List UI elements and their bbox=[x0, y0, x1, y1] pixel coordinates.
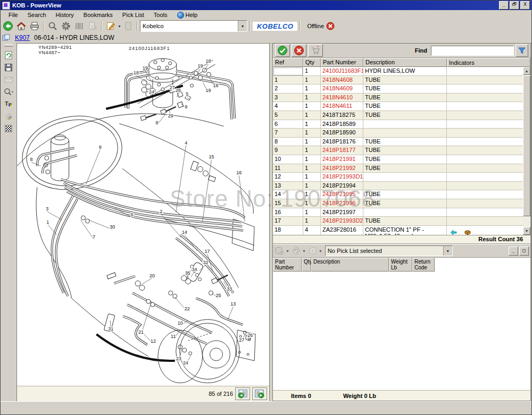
parts-scrollbar[interactable]: ▲ ▼ bbox=[523, 67, 530, 235]
page-settings-button[interactable] bbox=[86, 20, 99, 32]
highlight-button[interactable] bbox=[2, 110, 15, 122]
gear-icon bbox=[61, 21, 71, 31]
table-row[interactable]: 184ZA23F28016CONNECTION 1" PF - M36x1.50… bbox=[273, 226, 523, 235]
table-row[interactable]: 1712418P21993D2TUBE bbox=[273, 217, 523, 226]
next-page-button[interactable] bbox=[252, 387, 267, 400]
search-button[interactable] bbox=[46, 20, 59, 32]
qty-cell: 4 bbox=[303, 226, 321, 235]
table-row[interactable]: 512418T18275TUBE bbox=[273, 111, 523, 120]
column-header-qty[interactable]: Qty bbox=[303, 58, 321, 67]
part-number-cell: 2418N4610 bbox=[321, 94, 363, 103]
column-header-indicators[interactable]: Indicators bbox=[447, 58, 530, 67]
back-button[interactable] bbox=[2, 20, 14, 32]
zoom-button[interactable] bbox=[2, 86, 15, 98]
picklist-refresh-button[interactable] bbox=[292, 247, 301, 255]
previous-page-icon bbox=[237, 389, 248, 399]
cancel-button[interactable] bbox=[292, 44, 306, 57]
accept-button[interactable] bbox=[275, 44, 290, 57]
menu-pick-list[interactable]: Pick List bbox=[118, 11, 149, 19]
model-combobox[interactable]: Kobelco ▼ bbox=[140, 20, 247, 32]
picklist-table-body bbox=[273, 272, 530, 390]
part-number-cell: 2418P21995 bbox=[321, 190, 363, 199]
column-header-ref[interactable]: Ref bbox=[273, 58, 303, 67]
email-button[interactable] bbox=[2, 73, 15, 86]
dither-button[interactable] bbox=[2, 122, 15, 134]
indicators-cell bbox=[447, 129, 523, 138]
description-cell: TUBE bbox=[363, 199, 447, 208]
table-row[interactable]: 712418P18590 bbox=[273, 129, 523, 138]
add-dropdown-arrow[interactable]: ▼ bbox=[319, 249, 322, 253]
picklist-edit-button[interactable] bbox=[104, 20, 117, 32]
add-to-cart-button[interactable] bbox=[308, 44, 323, 57]
menu-history[interactable]: History bbox=[51, 11, 79, 19]
picklist-dropdown-arrow[interactable]: ▼ bbox=[118, 24, 121, 28]
menu-file[interactable]: File bbox=[4, 11, 23, 19]
picklist-db-button[interactable] bbox=[275, 247, 284, 255]
swivel-joint bbox=[158, 319, 255, 383]
filter-button[interactable] bbox=[516, 44, 528, 57]
refresh-image-button[interactable] bbox=[2, 49, 15, 61]
svg-text:5: 5 bbox=[186, 91, 188, 97]
table-row[interactable]: 1612418P21997 bbox=[273, 208, 523, 217]
refresh-dropdown-arrow[interactable]: ▼ bbox=[302, 249, 306, 253]
table-row[interactable]: 1312418P21994 bbox=[273, 182, 523, 191]
picklist-combobox-arrow[interactable]: ▼ bbox=[443, 246, 452, 256]
picklist-column-part-number[interactable]: Part Number bbox=[273, 258, 302, 272]
scrollbar-thumb[interactable] bbox=[523, 75, 530, 216]
table-row[interactable]: 112418N4608TUBE bbox=[273, 76, 523, 85]
column-header-part-number[interactable]: Part Number bbox=[321, 58, 363, 67]
table-row[interactable]: 212418N4609TUBE bbox=[273, 84, 523, 94]
svg-text:6: 6 bbox=[131, 212, 134, 217]
find-input[interactable] bbox=[431, 46, 514, 56]
diagram-canvas[interactable]: YN4289~4291 YN4487~ 24100J11683F1 bbox=[17, 44, 269, 386]
menu-tools[interactable]: Tools bbox=[149, 11, 172, 19]
text-format-button[interactable]: T bbox=[2, 98, 15, 110]
connection-status-label: Offline bbox=[307, 23, 324, 29]
picklist-add-button[interactable] bbox=[309, 247, 317, 255]
save-button[interactable] bbox=[2, 61, 15, 73]
table-row[interactable]: 812418P18176TUBE bbox=[273, 138, 523, 147]
ref-cell: 8 bbox=[273, 138, 303, 147]
scroll-down-arrow[interactable]: ▼ bbox=[523, 227, 530, 235]
table-row[interactable]: 312418N4610TUBE bbox=[273, 94, 523, 103]
previous-page-button[interactable] bbox=[235, 387, 250, 400]
svg-text:9: 9 bbox=[99, 145, 102, 150]
menu-help[interactable]: Help bbox=[172, 11, 203, 20]
restore-button[interactable]: 🗗 bbox=[510, 1, 519, 10]
column-header-description[interactable]: Description bbox=[363, 58, 447, 67]
part-number-cell: 2418N4608 bbox=[321, 76, 363, 85]
scroll-up-arrow[interactable]: ▲ bbox=[523, 67, 530, 75]
table-row[interactable]: 1112418P21992TUBE bbox=[273, 164, 523, 173]
picklist-column-qty[interactable]: Qty bbox=[302, 258, 311, 272]
breadcrumb-model-link[interactable]: K907 bbox=[15, 34, 30, 41]
picklist-column-return-code[interactable]: Return Code bbox=[412, 258, 435, 272]
barcode-button[interactable] bbox=[73, 20, 86, 32]
settings-button[interactable] bbox=[60, 20, 72, 32]
table-row[interactable]: 1412418P21995TUBE bbox=[273, 190, 523, 199]
offline-icon bbox=[326, 22, 335, 30]
table-row[interactable]: 1512418P21996TUBE bbox=[273, 199, 523, 208]
menu-search[interactable]: Search bbox=[23, 11, 51, 19]
table-row[interactable]: 612418P18589 bbox=[273, 120, 523, 129]
picklist-combobox[interactable]: No Pick List selected ▼ bbox=[325, 245, 453, 256]
svg-text:23: 23 bbox=[176, 356, 181, 361]
picklist-column-description[interactable]: Description bbox=[311, 258, 389, 272]
db-dropdown-arrow[interactable]: ▼ bbox=[286, 249, 289, 253]
picklist-maximize-button[interactable]: □ bbox=[519, 247, 529, 256]
print-button[interactable] bbox=[28, 20, 41, 32]
table-row[interactable]: 1212418P21993D1 bbox=[273, 173, 523, 182]
home-button[interactable] bbox=[15, 20, 28, 32]
menu-bookmarks[interactable]: Bookmarks bbox=[79, 11, 118, 19]
model-combobox-arrow[interactable]: ▼ bbox=[238, 21, 247, 31]
table-row[interactable]: 412418N4611TUBE bbox=[273, 102, 523, 111]
table-row[interactable]: 912418P18177TUBE bbox=[273, 146, 523, 155]
minimize-button[interactable]: _ bbox=[499, 1, 509, 10]
notes-button[interactable] bbox=[122, 20, 135, 32]
picklist-minimize-button[interactable]: _ bbox=[509, 247, 518, 256]
close-button[interactable]: X bbox=[520, 1, 530, 10]
svg-text:32: 32 bbox=[203, 260, 209, 265]
text-color-icon: T bbox=[4, 99, 13, 109]
table-row[interactable]: 124100J11683F1HYDR LINES,LOW bbox=[273, 67, 523, 76]
table-row[interactable]: 1012418P21991TUBE bbox=[273, 155, 523, 164]
picklist-column-weight-lb[interactable]: Weight Lb bbox=[389, 258, 412, 272]
